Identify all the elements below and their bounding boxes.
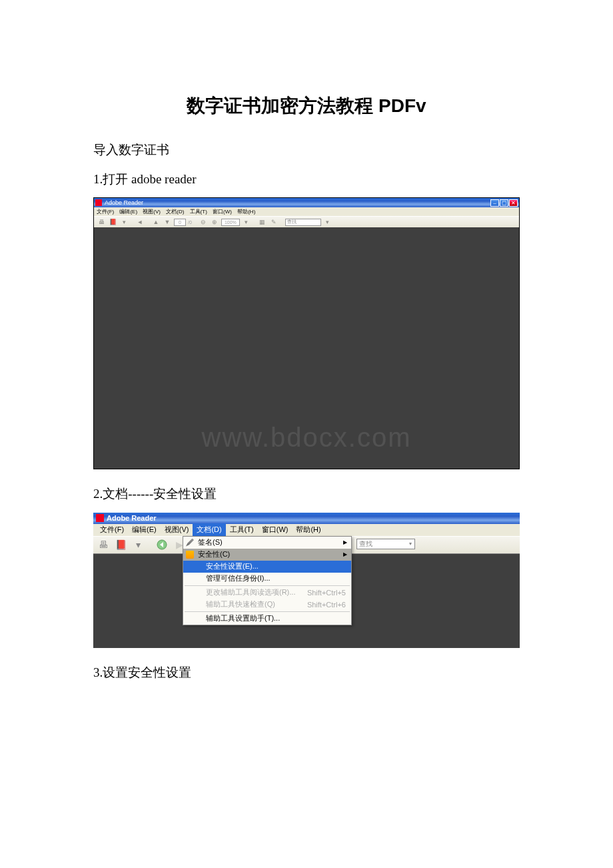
chevron-down-icon[interactable]: ▾ <box>409 541 412 547</box>
zoom-field[interactable]: 100% <box>221 219 240 226</box>
menu-view[interactable]: 视图(V) <box>161 523 193 536</box>
menu-trusted-identities[interactable]: 管理可信任身份(I)... <box>183 573 351 585</box>
menu-edit[interactable]: 编辑(E) <box>128 523 161 536</box>
menu-doc[interactable]: 文档(D) <box>193 523 225 536</box>
chevron-right-icon: ▶ <box>343 551 347 557</box>
screenshot-adobe-reader-menu: Adobe Reader 文件(F) 编辑(E) 视图(V) 文档(D) 工具(… <box>93 513 520 648</box>
menu-file[interactable]: 文件(F) <box>97 209 114 215</box>
menu-file[interactable]: 文件(F) <box>96 523 128 536</box>
window-title: Adobe Reader <box>105 199 143 206</box>
minimize-button[interactable]: – <box>490 199 499 207</box>
menu-doc[interactable]: 文档(D) <box>166 209 184 215</box>
step1-1: 1.打开 adobe reader <box>93 168 520 191</box>
sign-icon: ✎ <box>269 217 279 227</box>
menu-window[interactable]: 窗口(W) <box>213 209 232 215</box>
down-icon: ▼ <box>163 217 172 227</box>
menu-tool[interactable]: 工具(T) <box>226 523 258 536</box>
menu-security-settings[interactable]: 安全性设置(E)... <box>183 561 351 573</box>
menu-view[interactable]: 视图(V) <box>143 209 161 215</box>
window-controls: – ▢ ✕ <box>490 199 518 207</box>
page-field[interactable]: 0 <box>174 219 186 226</box>
back-icon: ◄ <box>135 217 145 227</box>
search-field[interactable]: 查找 <box>285 219 321 226</box>
title-bar: Adobe Reader <box>93 513 520 524</box>
menu-a11y-quickcheck: 辅助工具快速检查(Q)Shift+Ctrl+6 <box>183 599 351 611</box>
menu-help[interactable]: 帮助(H) <box>237 209 255 215</box>
step1-import: 导入数字证书 <box>93 139 520 161</box>
maximize-button[interactable]: ▢ <box>500 199 508 207</box>
menu-separator <box>185 611 350 612</box>
page-total: /0 <box>188 220 192 225</box>
dropdown-icon: ▾ <box>131 537 145 552</box>
up-icon: ▲ <box>151 217 161 227</box>
search-field[interactable]: 查找 ▾ <box>356 539 415 549</box>
menu-security[interactable]: 安全性(C)▶ <box>183 549 351 561</box>
pdf-create-icon[interactable]: 📕 <box>108 217 117 227</box>
pdf-icon <box>95 199 102 206</box>
pdf-icon <box>96 514 104 522</box>
toolbar: 🖶 📕 ▾ ◄ ▲ ▼ 0 /0 ⊖ ⊕ 100% ▾ ▦ ✎ 查找 ▾ <box>94 216 519 227</box>
dropdown-icon: ▾ <box>242 217 251 227</box>
menu-bar: 文件(F) 编辑(E) 视图(V) 文档(D) 工具(T) 窗口(W) 帮助(H… <box>94 207 519 216</box>
menu-separator <box>185 585 350 586</box>
doc-title: 数字证书加密方法教程 PDFv <box>93 93 520 119</box>
window-title: Adobe Reader <box>107 514 157 522</box>
menu-edit[interactable]: 编辑(E) <box>119 209 137 215</box>
zoom-out-icon: ⊖ <box>199 217 208 227</box>
document-viewport: www.bdocx.com <box>94 227 519 469</box>
shortcut: Shift+Ctrl+6 <box>307 601 346 609</box>
chevron-right-icon: ▶ <box>343 539 347 545</box>
zoom-in-icon: ⊕ <box>210 217 219 227</box>
step3: 3.设置安全性设置 <box>93 661 520 684</box>
search-placeholder: 查找 <box>359 539 372 549</box>
menu-a11y-wizard[interactable]: 辅助工具设置助手(T)... <box>183 613 351 625</box>
title-bar: Adobe Reader – ▢ ✕ <box>94 198 519 207</box>
menu-sign[interactable]: 签名(S)▶ <box>183 537 351 549</box>
print-icon: 🖶 <box>96 537 111 552</box>
watermark: www.bdocx.com <box>202 423 412 453</box>
menu-bar: 文件(F) 编辑(E) 视图(V) 文档(D) 工具(T) 窗口(W) 帮助(H… <box>93 524 520 536</box>
close-button[interactable]: ✕ <box>509 199 518 207</box>
dropdown-icon: ▾ <box>323 217 332 227</box>
document-menu-dropdown: 签名(S)▶ 安全性(C)▶ 安全性设置(E)... 管理可信任身份(I)...… <box>183 536 352 625</box>
menu-window[interactable]: 窗口(W) <box>258 523 293 536</box>
print-icon: 🖶 <box>97 217 106 227</box>
menu-tool[interactable]: 工具(T) <box>190 209 207 215</box>
menu-help[interactable]: 帮助(H) <box>292 523 324 536</box>
dropdown-icon: ▾ <box>119 217 129 227</box>
back-icon <box>155 537 169 552</box>
shortcut: Shift+Ctrl+5 <box>307 589 346 597</box>
screenshot-adobe-reader-empty: Adobe Reader – ▢ ✕ 文件(F) 编辑(E) 视图(V) 文档(… <box>93 197 520 469</box>
menu-a11y-options: 更改辅助工具阅读选项(R)...Shift+Ctrl+5 <box>183 587 351 599</box>
step2: 2.文档------安全性设置 <box>93 483 520 505</box>
pdf-create-icon[interactable]: 📕 <box>113 537 128 552</box>
layout-icon: ▦ <box>258 217 267 227</box>
